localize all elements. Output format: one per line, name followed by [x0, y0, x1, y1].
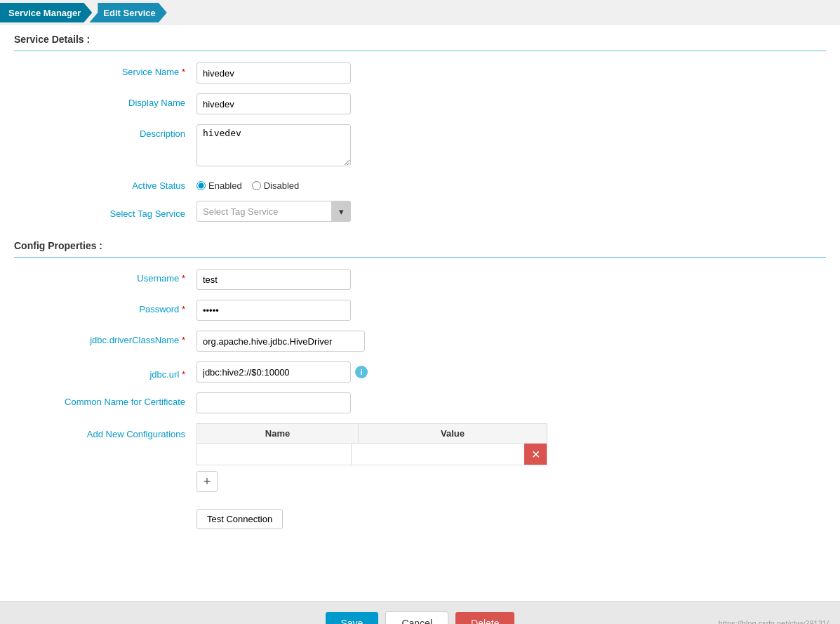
enabled-radio-label: Enabled	[208, 180, 242, 191]
description-input[interactable]	[196, 124, 351, 166]
config-name-input[interactable]	[197, 444, 352, 465]
enabled-radio[interactable]	[196, 181, 206, 190]
config-table-value-header: Value	[359, 424, 547, 443]
display-name-row: Display Name	[14, 93, 826, 114]
config-table-header: Name Value	[196, 423, 547, 444]
breadcrumb-bar: Service Manager Edit Service	[0, 0, 840, 25]
common-name-row: Common Name for Certificate	[14, 392, 826, 413]
service-name-label: Service Name	[14, 62, 196, 77]
footer: Save Cancel Delete https://blog.csdn.net…	[0, 601, 840, 624]
breadcrumb-edit-service[interactable]: Edit Service	[89, 3, 166, 22]
config-properties-header: Config Properties :	[14, 232, 826, 258]
add-new-config-row: Add New Configurations Name Value ✕	[14, 423, 826, 492]
jdbc-url-input[interactable]	[196, 361, 351, 383]
select-tag-service-dropdown[interactable]: Select Tag Service	[196, 201, 351, 222]
service-details-header: Service Details :	[14, 25, 826, 51]
service-name-row: Service Name	[14, 62, 826, 84]
active-status-radio-group: Enabled Disabled	[196, 176, 299, 191]
display-name-label: Display Name	[14, 93, 196, 108]
password-label: Password	[14, 300, 196, 314]
password-row: Password	[14, 300, 826, 321]
jdbc-url-info-icon[interactable]: i	[355, 366, 368, 378]
description-label: Description	[14, 124, 196, 139]
active-status-row: Active Status Enabled Disabled	[14, 176, 826, 191]
cancel-button[interactable]: Cancel	[385, 611, 448, 624]
jdbc-driver-row: jdbc.driverClassName	[14, 331, 826, 352]
config-value-input[interactable]	[352, 444, 524, 465]
username-label: Username	[14, 269, 196, 284]
config-table: Name Value ✕	[196, 423, 547, 465]
delete-button[interactable]: Delete	[455, 612, 514, 624]
add-new-config-label: Add New Configurations	[14, 423, 196, 439]
config-properties-section: Config Properties : Username Password jd…	[14, 232, 826, 529]
save-button[interactable]: Save	[326, 612, 379, 624]
disabled-radio-item[interactable]: Disabled	[252, 180, 300, 191]
main-content: Service Details : Service Name Display N…	[0, 25, 840, 601]
username-row: Username	[14, 269, 826, 290]
disabled-radio[interactable]	[252, 181, 261, 190]
jdbc-url-field-group: i	[196, 361, 368, 383]
common-name-input[interactable]	[196, 392, 351, 413]
jdbc-driver-input[interactable]	[196, 331, 365, 352]
footer-url: https://blog.csdn.net/ctwy29131/	[719, 619, 829, 624]
config-table-row: ✕	[196, 444, 547, 465]
password-input[interactable]	[196, 300, 351, 321]
test-connection-wrapper: Test Connection	[196, 502, 826, 529]
test-connection-button[interactable]: Test Connection	[196, 509, 283, 529]
active-status-label: Active Status	[14, 176, 196, 191]
display-name-input[interactable]	[196, 93, 351, 114]
jdbc-url-row: jdbc.url i	[14, 361, 826, 383]
select-tag-service-label: Select Tag Service	[14, 204, 196, 219]
select-tag-service-wrapper: Select Tag Service ▾	[196, 201, 351, 222]
disabled-radio-label: Disabled	[264, 180, 300, 191]
add-config-row-button[interactable]: +	[196, 471, 218, 492]
breadcrumb-service-manager[interactable]: Service Manager	[0, 3, 92, 22]
description-row: Description	[14, 124, 826, 166]
add-new-config-table-wrapper: Name Value ✕ +	[196, 423, 547, 492]
enabled-radio-item[interactable]: Enabled	[196, 180, 242, 191]
delete-icon: ✕	[531, 448, 540, 461]
delete-config-row-button[interactable]: ✕	[524, 444, 547, 465]
username-input[interactable]	[196, 269, 351, 290]
config-table-name-header: Name	[197, 424, 359, 443]
service-name-input[interactable]	[196, 62, 351, 84]
jdbc-url-label: jdbc.url	[14, 365, 196, 380]
jdbc-driver-label: jdbc.driverClassName	[14, 331, 196, 345]
select-tag-service-row: Select Tag Service Select Tag Service ▾	[14, 201, 826, 222]
common-name-label: Common Name for Certificate	[14, 392, 196, 407]
